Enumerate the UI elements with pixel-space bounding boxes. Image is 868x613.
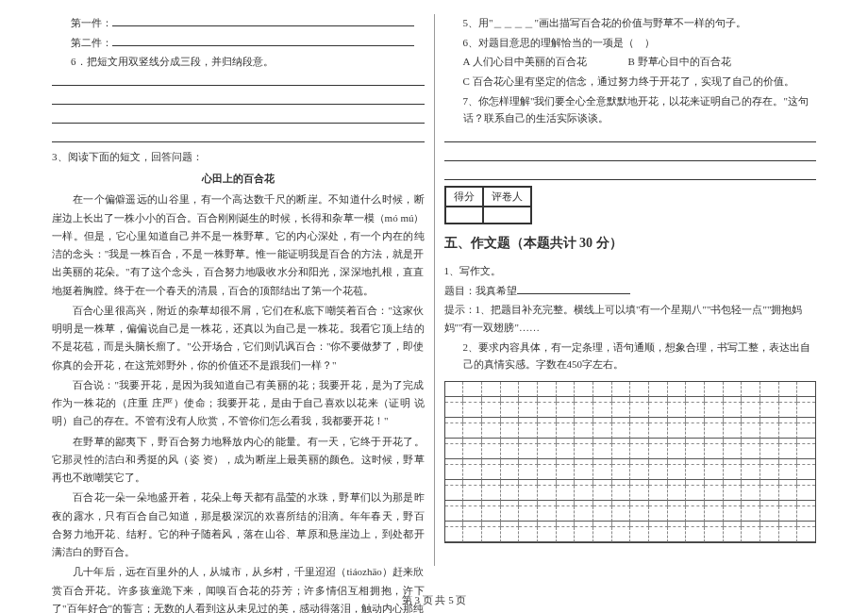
essay-p4: 在野草的鄙夷下，野百合努力地释放内心的能量。有一天，它终于开花了。它那灵性的洁白… (52, 433, 425, 488)
subq-7: 7、你怎样理解"我们要全心全意默默地开花，以花来证明自己的存在。"这句话？联系自… (463, 92, 817, 127)
label-second: 第二件： (71, 37, 112, 48)
writing-topic: 题目：我真希望 (444, 282, 817, 300)
blank-line[interactable] (444, 129, 817, 142)
score-label: 得分 (445, 187, 483, 207)
blank-line[interactable] (444, 148, 817, 161)
topic-blank[interactable] (517, 283, 630, 294)
q6: 6．把短文用双竖线分成三段，并归纳段意。 (71, 53, 425, 71)
subq-6: 6、对题目意思的理解恰当的一项是（ ） (463, 34, 817, 52)
item-first: 第一件： (71, 14, 425, 32)
topic-label: 题目：我真希望 (444, 285, 517, 296)
writing-q1: 1、写作文。 (444, 262, 817, 280)
section-5-title: 五、作文题（本题共计 30 分） (444, 232, 817, 255)
score-value[interactable] (445, 207, 483, 224)
page-footer: 第 3 页 共 5 页 (0, 593, 868, 607)
left-column: 第一件： 第二件： 6．把短文用双竖线分成三段，并归纳段意。 3、阅读下面的短文… (42, 14, 435, 566)
writing-hint: 提示：1、把题目补充完整。横线上可以填"有一个星期八""书包轻一点""拥抱妈妈"… (444, 301, 817, 336)
reviewer-label: 评卷人 (483, 187, 531, 207)
blank-line[interactable] (52, 73, 425, 86)
item-second: 第二件： (71, 34, 425, 52)
label-first: 第一件： (71, 17, 112, 28)
right-column: 5、用"＿＿＿＿"画出描写百合花的价值与野草不一样的句子。 6、对题目意思的理解… (435, 14, 826, 566)
blank-line[interactable] (52, 129, 425, 142)
option-a: A 人们心目中美丽的百合花 B 野草心目中的百合花 (463, 53, 817, 71)
blank-second[interactable] (112, 35, 414, 46)
essay-p5: 百合花一朵一朵地盛开着，花朵上每天都有晶莹的水珠，野草们以为那是昨夜的露水，只有… (52, 489, 425, 561)
essay-p2: 百合心里很高兴，附近的杂草却很不屑，它们在私底下嘲笑着百合："这家伙明明是一株草… (52, 302, 425, 374)
blank-line[interactable] (52, 110, 425, 124)
essay-p3: 百合说："我要开花，是因为我知道自己有美丽的花；我要开花，是为了完成作为一株花的… (52, 376, 425, 431)
blank-line[interactable] (444, 167, 817, 180)
composition-grid[interactable] (444, 381, 817, 543)
blank-line[interactable] (52, 91, 425, 105)
blank-first[interactable] (112, 15, 414, 26)
subq-5: 5、用"＿＿＿＿"画出描写百合花的价值与野草不一样的句子。 (463, 14, 817, 32)
option-c: C 百合花心里有坚定的信念，通过努力终于开花了，实现了自己的价值。 (463, 73, 817, 91)
q3-title: 3、阅读下面的短文，回答问题： (52, 148, 425, 166)
score-box: 得分 评卷人 (444, 186, 532, 224)
reviewer-value[interactable] (483, 207, 531, 224)
essay-p1: 在一个偏僻遥远的山谷里，有一个高达数千尺的断崖。不知道什么时候，断崖边上长出了一… (52, 191, 425, 300)
writing-req: 2、要求内容具体，有一定条理，语句通顺，想象合理，书写工整，表达出自己的真情实感… (463, 339, 817, 373)
essay-title: 心田上的百合花 (52, 170, 425, 188)
